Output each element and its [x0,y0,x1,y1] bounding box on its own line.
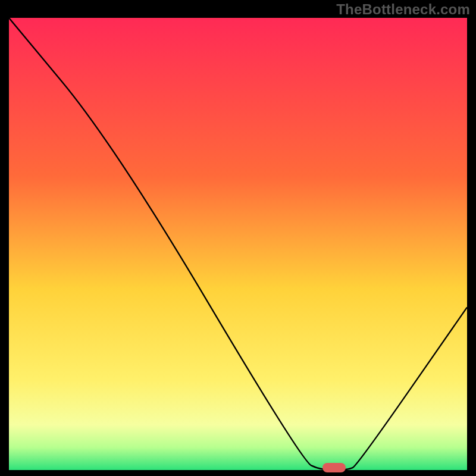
optimal-point-marker [322,463,346,472]
bottleneck-curve-plot [9,18,467,470]
watermark-text: TheBottleneck.com [336,1,470,18]
gradient-background [9,18,467,470]
chart-frame: TheBottleneck.com [0,0,476,476]
